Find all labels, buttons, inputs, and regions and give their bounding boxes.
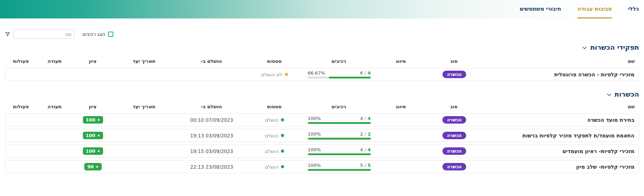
col-header-actions: פעולות xyxy=(5,58,37,64)
status-cell: לא הושלם xyxy=(248,72,301,77)
type-badge: הכשרה xyxy=(442,132,466,139)
components-cell: 4 / 4 100% xyxy=(301,116,377,124)
completed-at: 00:10 07/09/2023 xyxy=(190,117,233,123)
status-text: הושלם xyxy=(265,133,279,138)
score-cell: 90★ xyxy=(73,163,113,170)
completed-at: 22:13 23/08/2023 xyxy=(190,164,233,170)
type-badge: הכשרה xyxy=(442,71,466,78)
progress-bar xyxy=(308,77,371,78)
row-name: התאמת מועמד/ת לתפקיד מזכיר קלפיות ברשות xyxy=(484,133,639,138)
progress-bar xyxy=(308,122,371,124)
col-header-type: סוג xyxy=(425,104,483,109)
components-percent: 100% xyxy=(308,163,321,168)
status-text: הושלם xyxy=(265,164,279,170)
star-icon: ★ xyxy=(96,165,99,169)
components-cell: 5 / 5 100% xyxy=(301,163,377,171)
star-icon: ★ xyxy=(97,118,100,122)
score-badge: 100★ xyxy=(83,147,103,155)
components-cell: 6 / 4 66.67% xyxy=(301,70,377,78)
col-header-name: שם xyxy=(483,104,639,109)
components-fraction: 4 / 4 xyxy=(360,147,371,152)
progress-bar xyxy=(308,138,371,140)
components-cell: 4 / 4 100% xyxy=(301,147,377,155)
components-fraction: 2 / 2 xyxy=(360,131,371,137)
status-cell: הושלם xyxy=(248,117,301,123)
col-header-status: סטטוס xyxy=(248,58,301,64)
section-header-training-roles[interactable]: תפקידי הכשרות xyxy=(5,43,639,51)
completed-at-cell: 00:10 07/09/2023 xyxy=(175,117,248,123)
col-header-certificate: תעודה xyxy=(37,58,72,64)
table-row[interactable]: בחירת מועד הכשרה הכשרה 4 / 4 100% הושלם xyxy=(5,113,639,126)
components-cell: 2 / 2 100% xyxy=(301,131,377,140)
status-dot xyxy=(281,118,284,121)
status-text: הושלם xyxy=(265,117,279,123)
score-badge: 100★ xyxy=(83,132,103,139)
col-header-score: ציון xyxy=(72,104,113,109)
table-row[interactable]: מזכירי קלפיות - הכשרה פרונטלית הכשרה 6 /… xyxy=(5,68,639,81)
components-percent: 100% xyxy=(308,116,321,121)
col-header-name: שם xyxy=(483,58,639,64)
col-header-status: סטטוס xyxy=(248,104,301,109)
table-row[interactable]: התאמת מועמד/ת לתפקיד מזכיר קלפיות ברשות … xyxy=(5,129,639,142)
score-badge: 100★ xyxy=(83,116,103,124)
status-cell: הושלם xyxy=(248,164,301,170)
status-dot xyxy=(281,165,284,168)
chevron-down-icon xyxy=(607,92,611,96)
completed-at-cell: 22:13 23/08/2023 xyxy=(175,164,248,170)
completed-at-cell: 19:15 03/09/2023 xyxy=(175,148,248,154)
col-header-target-date: תאריך יעד xyxy=(113,58,175,64)
col-header-components: רכיבים xyxy=(301,104,377,109)
row-name: מזכירי קלפיות- ראיון מועמדים xyxy=(484,148,639,154)
components-percent: 100% xyxy=(308,147,321,152)
status-cell: הושלם xyxy=(248,148,301,154)
training-roles-table: שם סוג סיווג רכיבים סטטוס הושלם ב- תאריך… xyxy=(5,57,639,81)
col-header-components: רכיבים xyxy=(301,58,377,64)
section-header-trainings[interactable]: הכשרות xyxy=(5,90,639,98)
filter-bar: הצג רכיבים xyxy=(5,29,639,39)
star-icon: ★ xyxy=(97,134,100,137)
components-fraction: 5 / 5 xyxy=(360,163,371,168)
show-components-label: הצג רכיבים xyxy=(83,31,105,37)
status-text: לא הושלם xyxy=(261,72,282,77)
status-dot xyxy=(281,134,284,137)
table-row[interactable]: מזכירי קלפיות- שלב מיון הכשרה 5 / 5 100%… xyxy=(5,160,639,173)
col-header-classification: סיווג xyxy=(377,58,425,64)
col-header-score: ציון xyxy=(72,58,113,64)
completed-at: 19:13 03/09/2023 xyxy=(190,133,233,138)
status-cell: הושלם xyxy=(248,133,301,138)
type-badge: הכשרה xyxy=(442,116,466,124)
col-header-certificate: תעודה xyxy=(37,104,72,109)
page: כללי סביבות עבודה חיבורי משתמשים הצג רכי… xyxy=(0,0,644,196)
topbar: כללי סביבות עבודה חיבורי משתמשים xyxy=(0,0,644,18)
components-fraction: 4 / 4 xyxy=(360,116,371,121)
section-title-text: תפקידי הכשרות xyxy=(590,43,639,51)
status-text: הושלם xyxy=(265,148,279,154)
score-cell: 100★ xyxy=(73,116,113,124)
score-cell: 100★ xyxy=(73,132,113,139)
tab-bar: כללי סביבות עבודה חיבורי משתמשים xyxy=(515,0,644,18)
tab-general[interactable]: כללי xyxy=(628,0,639,18)
filter-funnel-icon[interactable] xyxy=(5,32,10,37)
type-badge: הכשרה xyxy=(442,147,466,155)
star-icon: ★ xyxy=(97,149,100,153)
col-header-completed-at: הושלם ב- xyxy=(175,58,248,64)
progress-bar xyxy=(308,153,371,155)
row-name: מזכירי קלפיות - הכשרה פרונטלית xyxy=(484,72,639,77)
name-filter-input[interactable] xyxy=(13,29,75,39)
chevron-down-icon xyxy=(582,45,587,49)
tab-user-connections[interactable]: חיבורי משתמשים xyxy=(520,0,561,18)
col-header-classification: סיווג xyxy=(377,104,425,109)
table-header-row: שם סוג סיווג רכיבים סטטוס הושלם ב- תאריך… xyxy=(5,102,639,111)
show-components-checkbox[interactable] xyxy=(108,32,113,37)
type-badge: הכשרה xyxy=(442,163,466,170)
section-title-text: הכשרות xyxy=(615,90,639,98)
status-dot xyxy=(281,149,284,153)
row-name: מזכירי קלפיות- שלב מיון xyxy=(484,164,639,170)
tab-work-environments[interactable]: סביבות עבודה xyxy=(577,0,612,18)
components-percent: 100% xyxy=(308,131,321,137)
col-header-completed-at: הושלם ב- xyxy=(175,104,248,109)
col-header-type: סוג xyxy=(425,58,483,64)
score-badge: 90★ xyxy=(84,163,101,170)
table-row[interactable]: מזכירי קלפיות- ראיון מועמדים הכשרה 4 / 4… xyxy=(5,145,639,158)
score-cell: 100★ xyxy=(73,147,113,155)
